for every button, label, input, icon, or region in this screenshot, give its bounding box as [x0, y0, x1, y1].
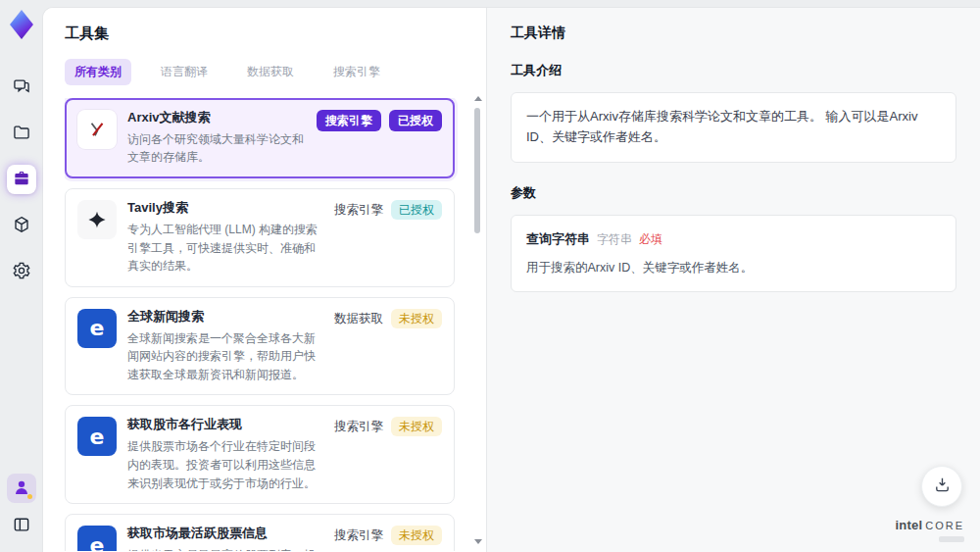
- news-app-icon: e: [77, 526, 117, 551]
- tool-badges: 搜索引擎未授权: [334, 417, 442, 492]
- panel-toggle-button[interactable]: [7, 511, 36, 540]
- sidebar: [0, 0, 43, 552]
- category-badge: 搜索引擎: [334, 417, 383, 437]
- tool-description: 全球新闻搜索是一个聚合全球各大新闻网站内容的搜索引擎，帮助用户快速获取全球最新资…: [127, 329, 323, 384]
- tool-name: Arxiv文献搜索: [127, 110, 306, 126]
- tool-card[interactable]: Arxiv文献搜索访问各个研究领域大量科学论文和文章的存储库。搜索引擎已授权: [65, 98, 455, 178]
- news-app-icon: e: [77, 417, 117, 456]
- brand-sub-mark: [939, 536, 964, 542]
- param-header: 查询字符串 字符串 必填: [526, 229, 941, 250]
- tool-description: 专为人工智能代理 (LLM) 构建的搜索引擎工具，可快速提供实时、准确和真实的结…: [127, 221, 323, 276]
- tool-badges: 数据获取未授权: [334, 309, 442, 384]
- tab-2[interactable]: 数据获取: [237, 59, 304, 85]
- tool-card-body: Arxiv文献搜索访问各个研究领域大量科学论文和文章的存储库。: [127, 110, 306, 167]
- sidebar-item-tools[interactable]: [7, 165, 36, 194]
- tab-all-categories[interactable]: 所有类别: [65, 59, 131, 85]
- intel-core-logo: intelCORE: [895, 516, 964, 542]
- app-logo-icon: [9, 10, 34, 39]
- news-app-icon: e: [77, 309, 117, 348]
- param-required-badge: 必填: [639, 230, 662, 249]
- scroll-down-arrow[interactable]: [474, 539, 482, 544]
- details-panel: 工具详情 工具介绍 一个用于从Arxiv存储库搜索科学论文和文章的工具。 输入可…: [487, 8, 980, 552]
- notification-dot: [27, 494, 32, 499]
- brand-core: CORE: [925, 520, 964, 531]
- tool-name: 全球新闻搜索: [127, 309, 323, 326]
- status-badge: 未授权: [391, 417, 442, 436]
- tab-3[interactable]: 搜索引擎: [323, 59, 390, 85]
- tool-card-body: 获取市场最活跃股票信息提供当天交易量最高的股票列表，投资者可以利用这些信息来识别…: [127, 526, 323, 551]
- tool-card-body: 获取股市各行业表现提供股票市场各个行业在特定时间段内的表现。投资者可以利用这些信…: [127, 417, 323, 492]
- briefcase-icon: [12, 169, 31, 191]
- sidebar-item-models[interactable]: [7, 211, 36, 240]
- main-content: 工具集 所有类别语言翻译数据获取搜索引擎 Arxiv文献搜索访问各个研究领域大量…: [43, 8, 980, 552]
- sidebar-item-files[interactable]: [7, 119, 36, 148]
- tools-panel: 工具集 所有类别语言翻译数据获取搜索引擎 Arxiv文献搜索访问各个研究领域大量…: [43, 8, 487, 552]
- download-icon: [933, 476, 952, 497]
- tool-list: Arxiv文献搜索访问各个研究领域大量科学论文和文章的存储库。搜索引擎已授权Ta…: [65, 98, 466, 551]
- status-badge: 未授权: [391, 309, 442, 328]
- tool-card[interactable]: e获取市场最活跃股票信息提供当天交易量最高的股票列表，投资者可以利用这些信息来识…: [65, 514, 455, 551]
- tool-card-body: Tavily搜索专为人工智能代理 (LLM) 构建的搜索引擎工具，可快速提供实时…: [127, 200, 323, 276]
- category-badge: 搜索引擎: [317, 110, 381, 131]
- download-button[interactable]: [921, 466, 962, 507]
- category-badge: 数据获取: [334, 309, 383, 329]
- user-avatar-button[interactable]: [7, 474, 36, 503]
- status-badge: 已授权: [391, 200, 442, 220]
- tool-card[interactable]: e全球新闻搜索全球新闻搜索是一个聚合全球各大新闻网站内容的搜索引擎，帮助用户快速…: [65, 297, 455, 396]
- tab-1[interactable]: 语言翻译: [151, 59, 218, 85]
- tool-card[interactable]: Tavily搜索专为人工智能代理 (LLM) 构建的搜索引擎工具，可快速提供实时…: [65, 188, 455, 287]
- tool-intro-text: 一个用于从Arxiv存储库搜索科学论文和文章的工具。 输入可以是Arxiv ID…: [511, 92, 956, 163]
- param-type: 字符串: [597, 230, 632, 249]
- tavily-star-icon: [77, 200, 117, 239]
- param-card: 查询字符串 字符串 必填 用于搜索的Arxiv ID、关键字或作者姓名。: [511, 215, 956, 293]
- brand-intel: intel: [895, 518, 922, 532]
- sidebar-bottom: [7, 474, 36, 552]
- tool-card[interactable]: e获取股市各行业表现提供股票市场各个行业在特定时间段内的表现。投资者可以利用这些…: [65, 405, 455, 504]
- tool-badges: 搜索引擎未授权: [334, 526, 442, 551]
- param-name: 查询字符串: [526, 229, 590, 250]
- param-description: 用于搜索的Arxiv ID、关键字或作者姓名。: [526, 258, 941, 277]
- details-title: 工具详情: [511, 25, 956, 42]
- tool-description: 提供当天交易量最高的股票列表，投资者可以利用这些信息来识别流动性强的股票和潜在的…: [127, 546, 323, 551]
- gear-icon: [12, 261, 31, 283]
- intro-heading: 工具介绍: [511, 62, 956, 79]
- folder-icon: [12, 123, 31, 145]
- tool-description: 提供股票市场各个行业在特定时间段内的表现。投资者可以利用这些信息来识别表现优于或…: [127, 437, 323, 492]
- category-badge: 搜索引擎: [334, 200, 383, 221]
- scrollbar[interactable]: [472, 92, 482, 548]
- scroll-up-arrow[interactable]: [474, 96, 482, 101]
- tool-badges: 搜索引擎已授权: [334, 200, 442, 276]
- category-tabs: 所有类别语言翻译数据获取搜索引擎: [65, 59, 466, 85]
- tool-badges: 搜索引擎已授权: [317, 110, 442, 167]
- tool-name: Tavily搜索: [127, 200, 323, 217]
- category-badge: 搜索引擎: [334, 526, 383, 546]
- tool-name: 获取市场最活跃股票信息: [127, 526, 323, 542]
- app-window: 工具集 所有类别语言翻译数据获取搜索引擎 Arxiv文献搜索访问各个研究领域大量…: [0, 0, 980, 552]
- arxiv-logo-icon: [77, 110, 117, 149]
- sidebar-item-chat[interactable]: [7, 73, 36, 102]
- params-heading: 参数: [511, 184, 956, 202]
- tool-name: 获取股市各行业表现: [127, 417, 323, 433]
- sidebar-item-settings[interactable]: [7, 257, 36, 286]
- cube-icon: [12, 215, 31, 237]
- sidebar-nav: [7, 73, 36, 286]
- status-badge: 未授权: [391, 526, 442, 545]
- chat-icon: [12, 76, 31, 99]
- tool-description: 访问各个研究领域大量科学论文和文章的存储库。: [127, 130, 306, 167]
- scrollbar-thumb[interactable]: [474, 108, 480, 233]
- page-title: 工具集: [65, 25, 466, 43]
- status-badge: 已授权: [389, 110, 442, 131]
- tool-card-body: 全球新闻搜索全球新闻搜索是一个聚合全球各大新闻网站内容的搜索引擎，帮助用户快速获…: [127, 309, 323, 384]
- panel-toggle-icon: [12, 515, 31, 537]
